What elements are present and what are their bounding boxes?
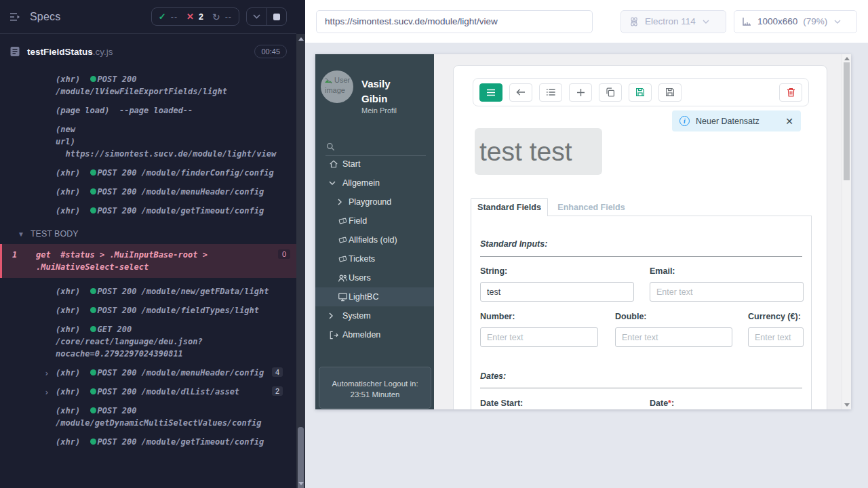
trash-button[interactable] xyxy=(779,83,802,102)
field-currency-: Currency (€): xyxy=(748,312,804,347)
expand-chevron-icon[interactable]: › xyxy=(44,386,50,399)
app-scrollbar[interactable] xyxy=(842,54,851,409)
tab-standard-fields[interactable]: Standard Fields xyxy=(471,198,548,216)
log-message: POST 200 /module/getTimeout/config xyxy=(98,206,264,216)
sidebar-search-input[interactable] xyxy=(326,140,426,156)
field-input-currency-[interactable] xyxy=(748,327,804,347)
field-label: Email: xyxy=(650,266,804,276)
log-message: --page loaded-- xyxy=(119,106,193,115)
failed-command-row[interactable]: 1 get #status > .MuiInputBase-root > .Mu… xyxy=(0,244,296,278)
scroll-down-icon[interactable] xyxy=(298,482,304,485)
list-button[interactable] xyxy=(539,83,562,102)
field-label: Date Start: xyxy=(480,399,523,408)
status-dot-icon xyxy=(90,439,96,445)
log-entry[interactable]: (new url) https://simontest.sucv.de/modu… xyxy=(56,123,278,160)
url-bar[interactable]: https://simontest.sucv.de/module/light/v… xyxy=(316,10,593,33)
test-body-section[interactable]: ▼ TEST BODY xyxy=(0,224,296,244)
chevron-right-icon xyxy=(338,199,342,205)
scroll-up-icon[interactable] xyxy=(844,57,850,60)
field-label: Currency (€): xyxy=(748,312,804,321)
log-message: POST 200 /module/fieldTypes/light xyxy=(98,306,259,315)
status-dot-icon xyxy=(90,207,96,214)
sidebar-item-label: Allfields (old) xyxy=(349,235,397,245)
plus-icon xyxy=(576,88,585,97)
app-scroll-thumb[interactable] xyxy=(844,62,850,180)
log-tag: (xhr) xyxy=(56,437,80,447)
field-input-string[interactable] xyxy=(480,282,634,302)
reporter-scroll-thumb[interactable] xyxy=(298,427,304,488)
log-message: POST 200 /module/dlList/asset xyxy=(98,387,240,396)
status-dot-icon xyxy=(90,288,96,294)
status-dot-icon xyxy=(90,307,96,313)
section-heading-standard-inputs: Standard Inputs: xyxy=(480,239,547,249)
scroll-down-icon[interactable] xyxy=(844,403,850,407)
expand-chevron-icon[interactable]: › xyxy=(44,367,50,380)
field-input-double[interactable] xyxy=(615,327,732,347)
log-message: POST 200 /module/finderConfig/config xyxy=(98,168,274,178)
sidebar-item-users[interactable]: Users xyxy=(315,268,434,287)
browser-selector[interactable]: Electron 114 xyxy=(620,10,726,33)
sidebar-item-playground[interactable]: Playground xyxy=(315,192,434,211)
save-arrow-icon xyxy=(665,87,675,97)
record-title[interactable]: test test xyxy=(475,128,602,175)
save-button[interactable] xyxy=(629,83,652,102)
log-tag: (xhr) xyxy=(56,75,80,84)
field-input-number[interactable] xyxy=(480,327,598,347)
log-entry[interactable]: ›(xhr) POST 200 /module/menuHeader/confi… xyxy=(56,367,278,379)
status-dot-icon xyxy=(90,388,96,394)
log-entry[interactable]: (xhr) GET 200 /core/react/language/deu.j… xyxy=(56,323,278,360)
viewport-selector[interactable]: 1000x660 (79%) xyxy=(734,10,857,33)
viewport-size: 1000x660 xyxy=(757,16,797,26)
copy-button[interactable] xyxy=(599,83,622,102)
reporter-scroll-track[interactable] xyxy=(296,34,305,488)
log-entry[interactable]: (xhr) POST 200 /module/menuHeader/config xyxy=(56,186,278,198)
log-tag: (xhr) xyxy=(56,368,80,378)
sidebar-item-start[interactable]: Start xyxy=(315,155,434,174)
log-entry[interactable]: (xhr) POST 200 /module/new/getFData/ligh… xyxy=(56,285,278,298)
sidebar-item-lightbc[interactable]: LightBC xyxy=(315,287,434,306)
menu-icon xyxy=(486,89,496,96)
log-entry[interactable]: (page load) --page loaded-- xyxy=(56,104,278,117)
reporter-scrollbar[interactable] xyxy=(296,0,305,488)
field-date-start: Date Start: xyxy=(480,399,523,409)
sidebar-item-allfields-old-[interactable]: Allfields (old) xyxy=(315,230,434,249)
section-divider xyxy=(480,256,802,257)
scroll-up-icon[interactable] xyxy=(298,37,304,41)
avatar[interactable]: User image xyxy=(321,70,353,103)
close-icon[interactable]: ✕ xyxy=(785,116,793,127)
stop-run-button[interactable] xyxy=(267,8,286,25)
log-entry[interactable]: (xhr) POST 200 /module/lViewFileExportFi… xyxy=(56,73,278,98)
user-name: Vasily Gibin xyxy=(361,77,391,106)
plus-button[interactable] xyxy=(569,83,592,102)
log-entry[interactable]: ›(xhr) POST 200 /module/dlList/asset2 xyxy=(56,386,278,398)
log-tag: (xhr) xyxy=(56,387,80,396)
sidebar-item-label: Tickets xyxy=(349,254,375,264)
field-input-email[interactable] xyxy=(650,282,804,302)
ticket-icon xyxy=(338,235,348,245)
log-entry[interactable]: (xhr) POST 200 /module/getDynamicMultiSe… xyxy=(56,405,278,429)
sidebar-item-tickets[interactable]: Tickets xyxy=(315,249,434,268)
sidebar-item-system[interactable]: System xyxy=(315,306,434,325)
sidebar-item-field[interactable]: Field xyxy=(315,211,434,230)
log-tag: (xhr) xyxy=(56,406,80,415)
log-message: POST 200 /module/lViewFileExportFields/l… xyxy=(56,75,227,96)
specs-menu-icon[interactable] xyxy=(9,12,22,22)
profile-link[interactable]: Mein Profil xyxy=(361,106,397,115)
status-dot-icon xyxy=(90,369,96,375)
menu-button[interactable] xyxy=(479,83,502,102)
spec-row[interactable]: testFieldStatus .cy.js 00:45 xyxy=(0,34,296,64)
tab-enhanced-fields[interactable]: Enhanced Fields xyxy=(548,198,635,216)
log-entry[interactable]: (xhr) POST 200 /module/fieldTypes/light xyxy=(56,304,278,317)
log-entry[interactable]: (xhr) POST 200 /module/getTimeout/config xyxy=(56,205,278,217)
collapse-chevron-button[interactable] xyxy=(247,8,267,25)
log-entry[interactable]: (xhr) POST 200 /module/getTimeout/config xyxy=(56,436,278,448)
arrow-left-button[interactable] xyxy=(509,83,532,102)
save-arrow-button[interactable] xyxy=(658,83,682,102)
sidebar-item-allgemein[interactable]: Allgemein xyxy=(315,174,434,192)
log-entry[interactable]: (xhr) POST 200 /module/finderConfig/conf… xyxy=(56,167,278,179)
list-icon xyxy=(546,88,555,96)
field-label: Double: xyxy=(615,312,732,321)
specs-title: Specs xyxy=(30,11,60,23)
sidebar-item-abmelden[interactable]: Abmelden xyxy=(315,325,434,344)
log-tag: (xhr) xyxy=(56,287,80,296)
